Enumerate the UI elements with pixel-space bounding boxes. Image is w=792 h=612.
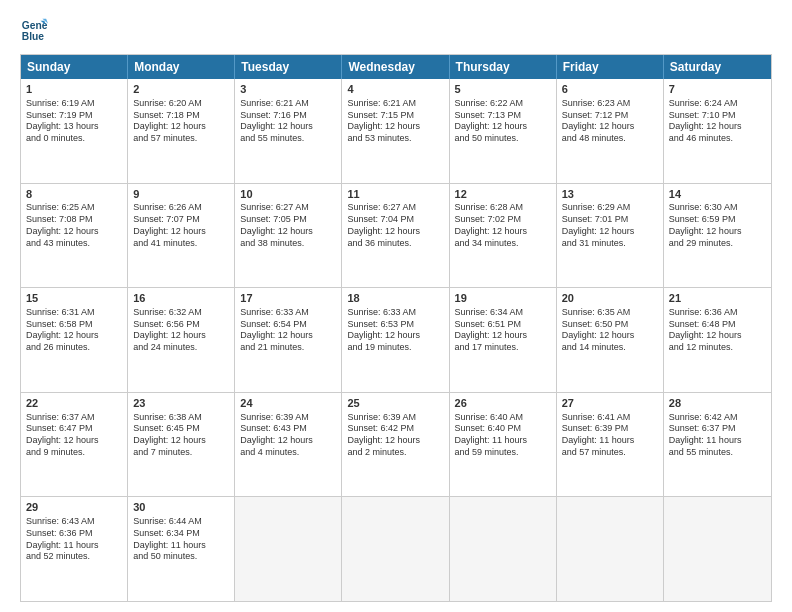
cal-cell: 13Sunrise: 6:29 AM Sunset: 7:01 PM Dayli… xyxy=(557,184,664,288)
cal-cell: 5Sunrise: 6:22 AM Sunset: 7:13 PM Daylig… xyxy=(450,79,557,183)
cal-cell: 1Sunrise: 6:19 AM Sunset: 7:19 PM Daylig… xyxy=(21,79,128,183)
day-number: 10 xyxy=(240,187,336,202)
cal-cell: 18Sunrise: 6:33 AM Sunset: 6:53 PM Dayli… xyxy=(342,288,449,392)
cal-cell: 21Sunrise: 6:36 AM Sunset: 6:48 PM Dayli… xyxy=(664,288,771,392)
logo: General Blue xyxy=(20,16,52,44)
cal-cell: 29Sunrise: 6:43 AM Sunset: 6:36 PM Dayli… xyxy=(21,497,128,601)
day-number: 19 xyxy=(455,291,551,306)
day-info: Sunrise: 6:24 AM Sunset: 7:10 PM Dayligh… xyxy=(669,98,766,145)
day-info: Sunrise: 6:43 AM Sunset: 6:36 PM Dayligh… xyxy=(26,516,122,563)
day-number: 22 xyxy=(26,396,122,411)
cal-cell: 14Sunrise: 6:30 AM Sunset: 6:59 PM Dayli… xyxy=(664,184,771,288)
cal-cell xyxy=(235,497,342,601)
day-number: 14 xyxy=(669,187,766,202)
logo-icon: General Blue xyxy=(20,16,48,44)
cal-cell: 9Sunrise: 6:26 AM Sunset: 7:07 PM Daylig… xyxy=(128,184,235,288)
day-number: 17 xyxy=(240,291,336,306)
day-info: Sunrise: 6:42 AM Sunset: 6:37 PM Dayligh… xyxy=(669,412,766,459)
cal-cell: 11Sunrise: 6:27 AM Sunset: 7:04 PM Dayli… xyxy=(342,184,449,288)
day-info: Sunrise: 6:23 AM Sunset: 7:12 PM Dayligh… xyxy=(562,98,658,145)
cal-cell: 22Sunrise: 6:37 AM Sunset: 6:47 PM Dayli… xyxy=(21,393,128,497)
day-number: 18 xyxy=(347,291,443,306)
cal-cell: 16Sunrise: 6:32 AM Sunset: 6:56 PM Dayli… xyxy=(128,288,235,392)
day-info: Sunrise: 6:28 AM Sunset: 7:02 PM Dayligh… xyxy=(455,202,551,249)
day-number: 26 xyxy=(455,396,551,411)
cal-cell: 15Sunrise: 6:31 AM Sunset: 6:58 PM Dayli… xyxy=(21,288,128,392)
day-number: 3 xyxy=(240,82,336,97)
day-info: Sunrise: 6:32 AM Sunset: 6:56 PM Dayligh… xyxy=(133,307,229,354)
day-number: 11 xyxy=(347,187,443,202)
day-info: Sunrise: 6:36 AM Sunset: 6:48 PM Dayligh… xyxy=(669,307,766,354)
day-number: 2 xyxy=(133,82,229,97)
day-info: Sunrise: 6:25 AM Sunset: 7:08 PM Dayligh… xyxy=(26,202,122,249)
day-number: 6 xyxy=(562,82,658,97)
header-day-thursday: Thursday xyxy=(450,55,557,79)
cal-cell: 28Sunrise: 6:42 AM Sunset: 6:37 PM Dayli… xyxy=(664,393,771,497)
day-info: Sunrise: 6:26 AM Sunset: 7:07 PM Dayligh… xyxy=(133,202,229,249)
cal-cell: 17Sunrise: 6:33 AM Sunset: 6:54 PM Dayli… xyxy=(235,288,342,392)
day-info: Sunrise: 6:39 AM Sunset: 6:43 PM Dayligh… xyxy=(240,412,336,459)
day-info: Sunrise: 6:21 AM Sunset: 7:16 PM Dayligh… xyxy=(240,98,336,145)
day-number: 29 xyxy=(26,500,122,515)
day-number: 21 xyxy=(669,291,766,306)
cal-cell: 25Sunrise: 6:39 AM Sunset: 6:42 PM Dayli… xyxy=(342,393,449,497)
week-row-5: 29Sunrise: 6:43 AM Sunset: 6:36 PM Dayli… xyxy=(21,496,771,601)
cal-cell: 23Sunrise: 6:38 AM Sunset: 6:45 PM Dayli… xyxy=(128,393,235,497)
day-info: Sunrise: 6:33 AM Sunset: 6:54 PM Dayligh… xyxy=(240,307,336,354)
day-number: 8 xyxy=(26,187,122,202)
cal-cell: 24Sunrise: 6:39 AM Sunset: 6:43 PM Dayli… xyxy=(235,393,342,497)
calendar-header: SundayMondayTuesdayWednesdayThursdayFrid… xyxy=(21,55,771,79)
day-number: 9 xyxy=(133,187,229,202)
cal-cell: 6Sunrise: 6:23 AM Sunset: 7:12 PM Daylig… xyxy=(557,79,664,183)
day-number: 28 xyxy=(669,396,766,411)
day-info: Sunrise: 6:41 AM Sunset: 6:39 PM Dayligh… xyxy=(562,412,658,459)
day-number: 23 xyxy=(133,396,229,411)
cal-cell xyxy=(664,497,771,601)
day-number: 4 xyxy=(347,82,443,97)
day-info: Sunrise: 6:40 AM Sunset: 6:40 PM Dayligh… xyxy=(455,412,551,459)
day-info: Sunrise: 6:20 AM Sunset: 7:18 PM Dayligh… xyxy=(133,98,229,145)
cal-cell: 19Sunrise: 6:34 AM Sunset: 6:51 PM Dayli… xyxy=(450,288,557,392)
header-day-sunday: Sunday xyxy=(21,55,128,79)
svg-text:Blue: Blue xyxy=(22,31,45,42)
day-info: Sunrise: 6:22 AM Sunset: 7:13 PM Dayligh… xyxy=(455,98,551,145)
cal-cell: 7Sunrise: 6:24 AM Sunset: 7:10 PM Daylig… xyxy=(664,79,771,183)
day-number: 13 xyxy=(562,187,658,202)
cal-cell: 2Sunrise: 6:20 AM Sunset: 7:18 PM Daylig… xyxy=(128,79,235,183)
page: General Blue SundayMondayTuesdayWednesda… xyxy=(0,0,792,612)
day-number: 7 xyxy=(669,82,766,97)
day-info: Sunrise: 6:39 AM Sunset: 6:42 PM Dayligh… xyxy=(347,412,443,459)
cal-cell xyxy=(450,497,557,601)
header: General Blue xyxy=(20,16,772,44)
week-row-4: 22Sunrise: 6:37 AM Sunset: 6:47 PM Dayli… xyxy=(21,392,771,497)
cal-cell: 26Sunrise: 6:40 AM Sunset: 6:40 PM Dayli… xyxy=(450,393,557,497)
cal-cell: 4Sunrise: 6:21 AM Sunset: 7:15 PM Daylig… xyxy=(342,79,449,183)
day-number: 20 xyxy=(562,291,658,306)
calendar-body: 1Sunrise: 6:19 AM Sunset: 7:19 PM Daylig… xyxy=(21,79,771,601)
header-day-tuesday: Tuesday xyxy=(235,55,342,79)
cal-cell: 12Sunrise: 6:28 AM Sunset: 7:02 PM Dayli… xyxy=(450,184,557,288)
cal-cell: 8Sunrise: 6:25 AM Sunset: 7:08 PM Daylig… xyxy=(21,184,128,288)
day-number: 24 xyxy=(240,396,336,411)
day-number: 5 xyxy=(455,82,551,97)
day-info: Sunrise: 6:27 AM Sunset: 7:05 PM Dayligh… xyxy=(240,202,336,249)
week-row-1: 1Sunrise: 6:19 AM Sunset: 7:19 PM Daylig… xyxy=(21,79,771,183)
header-day-wednesday: Wednesday xyxy=(342,55,449,79)
day-number: 15 xyxy=(26,291,122,306)
calendar: SundayMondayTuesdayWednesdayThursdayFrid… xyxy=(20,54,772,602)
cal-cell: 3Sunrise: 6:21 AM Sunset: 7:16 PM Daylig… xyxy=(235,79,342,183)
day-number: 30 xyxy=(133,500,229,515)
header-day-saturday: Saturday xyxy=(664,55,771,79)
cal-cell: 27Sunrise: 6:41 AM Sunset: 6:39 PM Dayli… xyxy=(557,393,664,497)
cal-cell: 20Sunrise: 6:35 AM Sunset: 6:50 PM Dayli… xyxy=(557,288,664,392)
day-info: Sunrise: 6:21 AM Sunset: 7:15 PM Dayligh… xyxy=(347,98,443,145)
day-info: Sunrise: 6:38 AM Sunset: 6:45 PM Dayligh… xyxy=(133,412,229,459)
header-day-friday: Friday xyxy=(557,55,664,79)
cal-cell xyxy=(557,497,664,601)
day-number: 27 xyxy=(562,396,658,411)
day-number: 1 xyxy=(26,82,122,97)
cal-cell xyxy=(342,497,449,601)
day-info: Sunrise: 6:33 AM Sunset: 6:53 PM Dayligh… xyxy=(347,307,443,354)
day-number: 12 xyxy=(455,187,551,202)
day-info: Sunrise: 6:37 AM Sunset: 6:47 PM Dayligh… xyxy=(26,412,122,459)
